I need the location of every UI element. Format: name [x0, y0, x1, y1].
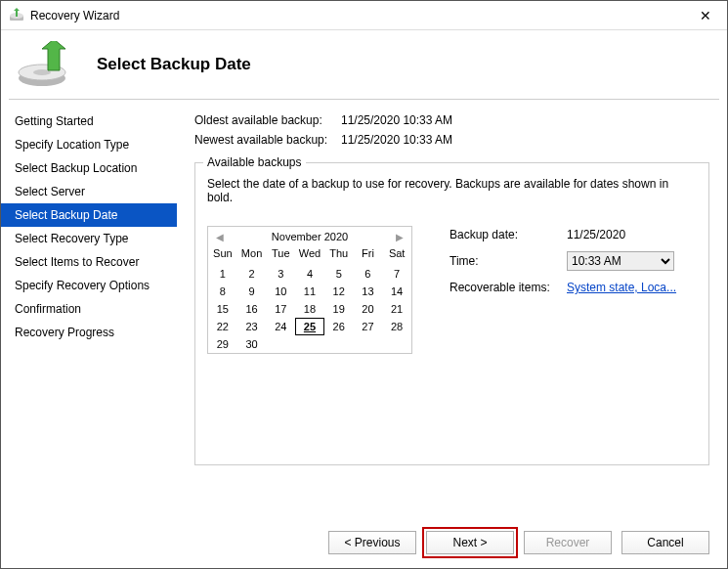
calendar-day[interactable]: 18: [295, 300, 324, 318]
calendar-day[interactable]: 30: [237, 335, 267, 353]
backup-details: Backup date: 11/25/2020 Time: 10:33 AM R…: [450, 228, 676, 354]
oldest-backup-value: 11/25/2020 10:33 AM: [341, 113, 452, 127]
calendar-dow: Sat: [382, 244, 411, 265]
recoverable-items-link[interactable]: System state, Loca...: [567, 281, 676, 294]
backup-time-select[interactable]: 10:33 AM: [567, 251, 674, 271]
calendar-day[interactable]: 28: [382, 318, 411, 335]
calendar-day[interactable]: 23: [237, 318, 267, 335]
sidebar-item-select-backup-location[interactable]: Select Backup Location: [1, 156, 177, 180]
calendar-day[interactable]: 29: [208, 335, 237, 353]
calendar-prev-icon[interactable]: ◀: [216, 232, 224, 242]
calendar-day[interactable]: 12: [324, 283, 354, 300]
calendar-dow: Wed: [295, 244, 324, 265]
calendar-day[interactable]: 27: [354, 318, 383, 335]
wizard-icon: [13, 41, 79, 88]
calendar-day[interactable]: 4: [295, 265, 324, 283]
calendar-day[interactable]: 16: [237, 300, 267, 318]
recovery-app-icon: [9, 8, 24, 23]
backup-time-label: Time:: [450, 254, 567, 268]
newest-backup-value: 11/25/2020 10:33 AM: [341, 133, 452, 147]
calendar-dow: Tue: [266, 244, 295, 265]
oldest-backup-label: Oldest available backup:: [194, 113, 341, 127]
page-title: Select Backup Date: [97, 55, 251, 74]
calendar-day[interactable]: 3: [266, 265, 295, 283]
calendar-day[interactable]: 22: [208, 318, 237, 335]
calendar-day[interactable]: 14: [382, 283, 411, 300]
calendar-day[interactable]: 2: [237, 265, 267, 283]
cancel-button[interactable]: Cancel: [621, 531, 709, 554]
sidebar-item-specify-recovery-options[interactable]: Specify Recovery Options: [1, 274, 177, 297]
calendar-day[interactable]: 21: [382, 300, 411, 318]
calendar-day[interactable]: 5: [324, 265, 354, 283]
calendar-dow: Sun: [208, 244, 237, 265]
sidebar-item-select-items-to-recover[interactable]: Select Items to Recover: [1, 250, 177, 274]
wizard-header: Select Backup Date: [1, 30, 727, 99]
wizard-steps-sidebar: Getting StartedSpecify Location TypeSele…: [1, 100, 177, 510]
calendar-day[interactable]: 15: [208, 300, 237, 318]
calendar-day[interactable]: 7: [382, 265, 411, 283]
backup-date-value: 11/25/2020: [567, 228, 625, 241]
sidebar-item-confirmation[interactable]: Confirmation: [1, 297, 177, 321]
calendar-day[interactable]: 25: [295, 318, 324, 335]
recover-button: Recover: [524, 531, 612, 554]
calendar-day[interactable]: 20: [354, 300, 383, 318]
main-content: Oldest available backup: 11/25/2020 10:3…: [177, 100, 727, 510]
calendar-day[interactable]: 8: [208, 283, 237, 300]
calendar-month-label: November 2020: [272, 231, 348, 242]
available-backups-group: Available backups Select the date of a b…: [194, 162, 709, 465]
calendar-day[interactable]: 24: [266, 318, 295, 335]
calendar-day[interactable]: 6: [354, 265, 383, 283]
calendar-day[interactable]: 11: [295, 283, 324, 300]
calendar-day[interactable]: 9: [237, 283, 267, 300]
previous-button[interactable]: < Previous: [328, 531, 416, 554]
sidebar-item-recovery-progress[interactable]: Recovery Progress: [1, 321, 177, 344]
backup-date-label: Backup date:: [450, 228, 567, 241]
sidebar-item-select-backup-date[interactable]: Select Backup Date: [1, 203, 177, 227]
calendar-next-icon[interactable]: ▶: [396, 232, 404, 242]
calendar-day[interactable]: 10: [266, 283, 295, 300]
sidebar-item-getting-started[interactable]: Getting Started: [1, 109, 177, 133]
calendar-dow: Mon: [237, 244, 267, 265]
sidebar-item-specify-location-type[interactable]: Specify Location Type: [1, 133, 177, 156]
calendar-day[interactable]: 19: [324, 300, 354, 318]
wizard-button-bar: < Previous Next > Recover Cancel: [328, 531, 709, 554]
window-title: Recovery Wizard: [30, 9, 692, 22]
calendar-day[interactable]: 1: [208, 265, 237, 283]
calendar-day[interactable]: 26: [324, 318, 354, 335]
available-backups-legend: Available backups: [203, 155, 306, 169]
available-backups-text: Select the date of a backup to use for r…: [207, 177, 697, 204]
newest-backup-label: Newest available backup:: [194, 133, 341, 147]
sidebar-item-select-server[interactable]: Select Server: [1, 180, 177, 203]
close-icon[interactable]: ✕: [692, 8, 719, 23]
calendar-day[interactable]: 17: [266, 300, 295, 318]
titlebar: Recovery Wizard ✕: [1, 1, 727, 30]
recoverable-items-label: Recoverable items:: [450, 281, 567, 294]
calendar-dow: Fri: [354, 244, 383, 265]
calendar-day[interactable]: 13: [354, 283, 383, 300]
backup-calendar[interactable]: ◀ November 2020 ▶ SunMonTueWedThuFriSat1…: [207, 226, 412, 354]
next-button[interactable]: Next >: [426, 531, 514, 554]
sidebar-item-select-recovery-type[interactable]: Select Recovery Type: [1, 227, 177, 250]
calendar-dow: Thu: [324, 244, 354, 265]
